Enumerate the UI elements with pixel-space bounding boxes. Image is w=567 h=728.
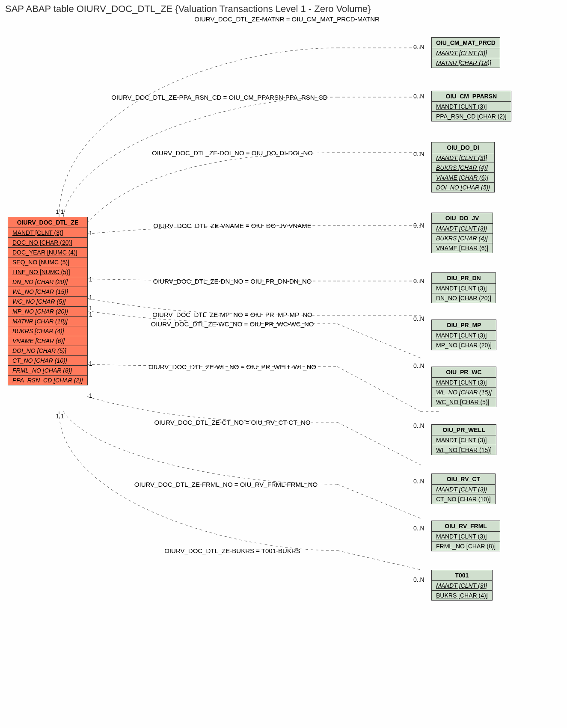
cardinality-label: 0..N: [413, 222, 425, 229]
entity-header: OIU_PR_WELL: [432, 425, 496, 435]
entity-t001: T001 MANDT [CLNT (3)] BUKRS [CHAR (4)]: [431, 570, 493, 601]
entity-oiu-cm-mat-prcd: OIU_CM_MAT_PRCD MANDT [CLNT (3)] MATNR […: [431, 37, 500, 68]
cardinality-label: 0..N: [413, 422, 425, 429]
cardinality-label: 0..N: [413, 151, 425, 157]
entity-field: DOC_YEAR [NUMC (4)]: [8, 248, 87, 257]
entity-field: MANDT [CLNT (3)]: [432, 102, 511, 112]
entity-field: PPA_RSN_CD [CHAR (2)]: [8, 376, 87, 385]
entity-oiu-do-jv: OIU_DO_JV MANDT [CLNT (3)] BUKRS [CHAR (…: [431, 213, 493, 253]
entity-header: OIU_CM_MAT_PRCD: [432, 38, 500, 48]
entity-field: MANDT [CLNT (3)]: [432, 224, 493, 234]
entity-field: DN_NO [CHAR (20)]: [432, 293, 496, 303]
relation-label: OIURV_DOC_DTL_ZE-BUKRS = T001-BUKRS: [132, 547, 333, 554]
entity-field: WL_NO [CHAR (15)]: [432, 388, 496, 397]
entity-field: BUKRS [CHAR (4)]: [432, 163, 494, 173]
entity-header: OIU_RV_CT: [432, 474, 495, 485]
entity-field: VNAME [CHAR (6)]: [432, 173, 494, 183]
entity-field: DOI_NO [CHAR (5)]: [8, 346, 87, 356]
entity-field: CT_NO [CHAR (10)]: [8, 356, 87, 366]
entity-field: FRML_NO [CHAR (8)]: [432, 542, 500, 551]
entity-field: PPA_RSN_CD [CHAR (2)]: [432, 112, 511, 121]
cardinality-label: 1: [89, 276, 92, 283]
entity-field: BUKRS [CHAR (4)]: [432, 591, 492, 600]
entity-field: MP_NO [CHAR (20)]: [8, 307, 87, 317]
entity-field: VNAME [CHAR (6)]: [8, 336, 87, 346]
entity-oiu-do-di: OIU_DO_DI MANDT [CLNT (3)] BUKRS [CHAR (…: [431, 142, 495, 192]
entity-header: OIU_RV_FRML: [432, 521, 500, 532]
entity-field: BUKRS [CHAR (4)]: [8, 326, 87, 336]
cardinality-label: 0..N: [413, 278, 425, 284]
entity-field: DOC_NO [CHAR (20)]: [8, 238, 87, 248]
entity-header: OIU_PR_WC: [432, 367, 496, 378]
entity-header: T001: [432, 570, 492, 581]
entity-field: FRML_NO [CHAR (8)]: [8, 366, 87, 376]
cardinality-label: 1: [89, 392, 92, 399]
entity-source-header: OIURV_DOC_DTL_ZE: [8, 217, 87, 228]
relation-label: OIURV_DOC_DTL_ZE-PPA_RSN_CD = OIU_CM_PPA…: [106, 94, 333, 101]
cardinality-label: 0..N: [413, 315, 425, 322]
entity-oiu-pr-mp: OIU_PR_MP MANDT [CLNT (3)] MP_NO [CHAR (…: [431, 320, 496, 350]
entity-field: MP_NO [CHAR (20)]: [432, 340, 496, 350]
entity-source: OIURV_DOC_DTL_ZE MANDT [CLNT (3)] DOC_NO…: [8, 217, 88, 385]
entity-field: WC_NO [CHAR (5)]: [432, 397, 496, 407]
relation-label: OIURV_DOC_DTL_ZE-WC_NO = OIU_PR_WC-WC_NO: [132, 320, 333, 328]
entity-oiu-pr-wc: OIU_PR_WC MANDT [CLNT (3)] WL_NO [CHAR (…: [431, 367, 496, 407]
entity-header: OIU_DO_DI: [432, 142, 494, 153]
cardinality-label: 0..N: [413, 362, 425, 369]
relation-label: OIURV_DOC_DTL_ZE-VNAME = OIU_DO_JV-VNAME: [132, 222, 333, 229]
entity-field: LINE_NO [NUMC (5)]: [8, 267, 87, 277]
cardinality-label: 1: [89, 360, 92, 367]
entity-header: OIU_PR_MP: [432, 320, 496, 331]
relation-label: OIURV_DOC_DTL_ZE-WL_NO = OIU_PR_WELL-WL_…: [132, 363, 333, 370]
cardinality-label: 1: [89, 230, 92, 237]
cardinality-label: 0..N: [413, 478, 425, 485]
relation-label: OIURV_DOC_DTL_ZE-CT_NO = OIU_RV_CT-CT_NO: [132, 419, 333, 426]
cardinality-label: 1: [89, 305, 92, 311]
entity-field: MANDT [CLNT (3)]: [8, 228, 87, 238]
cardinality-label: 1 1: [56, 413, 64, 420]
cardinality-label: 0..N: [413, 576, 425, 583]
cardinality-label: 1 1: [56, 208, 64, 215]
entity-field: BUKRS [CHAR (4)]: [432, 234, 493, 243]
entity-field: WL_NO [CHAR (15)]: [432, 445, 496, 455]
relation-label: OIURV_DOC_DTL_ZE-FRML_NO = OIU_RV_FRML-F…: [119, 481, 333, 488]
cardinality-label: 0..N: [413, 44, 425, 50]
entity-field: SEQ_NO [NUMC (5)]: [8, 257, 87, 267]
entity-field: WC_NO [CHAR (5)]: [8, 297, 87, 307]
entity-field: MANDT [CLNT (3)]: [432, 485, 495, 494]
entity-oiu-cm-pparsn: OIU_CM_PPARSN MANDT [CLNT (3)] PPA_RSN_C…: [431, 91, 511, 121]
entity-header: OIU_DO_JV: [432, 213, 493, 224]
entity-field: MANDT [CLNT (3)]: [432, 284, 496, 293]
entity-oiu-rv-ct: OIU_RV_CT MANDT [CLNT (3)] CT_NO [CHAR (…: [431, 473, 496, 504]
entity-field: MANDT [CLNT (3)]: [432, 435, 496, 445]
cardinality-label: 0..N: [413, 525, 425, 532]
relation-label: OIURV_DOC_DTL_ZE-DOI_NO = OIU_DO_DI-DOI_…: [132, 149, 333, 157]
entity-oiu-pr-well: OIU_PR_WELL MANDT [CLNT (3)] WL_NO [CHAR…: [431, 424, 496, 455]
entity-oiu-pr-dn: OIU_PR_DN MANDT [CLNT (3)] DN_NO [CHAR (…: [431, 272, 496, 303]
er-diagram: OIURV_DOC_DTL_ZE MANDT [CLNT (3)] DOC_NO…: [3, 24, 564, 728]
entity-header: OIU_PR_DN: [432, 273, 496, 284]
entity-field: WL_NO [CHAR (15)]: [8, 287, 87, 297]
diagram-subtitle: OIURV_DOC_DTL_ZE-MATNR = OIU_CM_MAT_PRCD…: [3, 15, 567, 23]
entity-field: MANDT [CLNT (3)]: [432, 378, 496, 388]
entity-oiu-rv-frml: OIU_RV_FRML MANDT [CLNT (3)] FRML_NO [CH…: [431, 521, 500, 551]
relation-label: OIURV_DOC_DTL_ZE-DN_NO = OIU_PR_DN-DN_NO: [132, 278, 333, 285]
entity-field: MANDT [CLNT (3)]: [432, 48, 500, 58]
relation-label: OIURV_DOC_DTL_ZE-MP_NO = OIU_PR_MP-MP_NO: [132, 311, 333, 318]
entity-field: MATNR [CHAR (18)]: [8, 317, 87, 326]
entity-field: MATNR [CHAR (18)]: [432, 58, 500, 68]
entity-field: CT_NO [CHAR (10)]: [432, 494, 495, 504]
entity-header: OIU_CM_PPARSN: [432, 91, 511, 102]
entity-field: MANDT [CLNT (3)]: [432, 581, 492, 591]
entity-field: DOI_NO [CHAR (5)]: [432, 183, 494, 192]
cardinality-label: 0..N: [413, 93, 425, 100]
entity-field: MANDT [CLNT (3)]: [432, 331, 496, 340]
entity-field: DN_NO [CHAR (20)]: [8, 277, 87, 287]
cardinality-label: 1: [89, 311, 92, 318]
entity-field: MANDT [CLNT (3)]: [432, 532, 500, 542]
page-title: SAP ABAP table OIURV_DOC_DTL_ZE {Valuati…: [3, 3, 567, 15]
cardinality-label: 1: [89, 294, 92, 301]
entity-field: VNAME [CHAR (6)]: [432, 243, 493, 253]
entity-field: MANDT [CLNT (3)]: [432, 153, 494, 163]
